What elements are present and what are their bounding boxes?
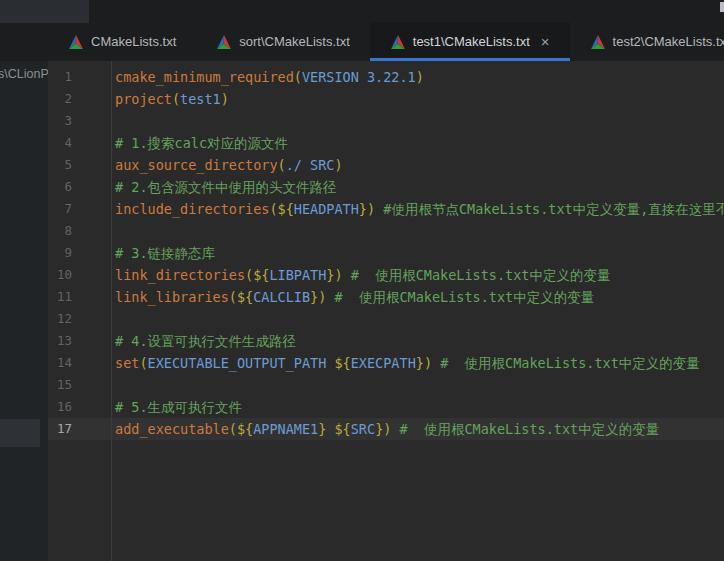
line-number: 3 — [48, 110, 111, 132]
line-number: 8 — [48, 220, 111, 242]
line-number: 1 — [48, 66, 111, 88]
code-line[interactable]: 3 — [48, 110, 724, 132]
code-line[interactable]: 16# 5.生成可执行文件 — [48, 396, 724, 418]
code-line[interactable]: 13# 4.设置可执行文件生成路径 — [48, 330, 724, 352]
line-number: 15 — [48, 374, 111, 396]
tab-label: test1\CMakeLists.txt — [413, 34, 530, 49]
close-icon[interactable]: × — [541, 34, 550, 49]
code-text: link_directories(${LIBPATH}) # 使用根CMakeL… — [111, 264, 610, 286]
code-text: # 4.设置可执行文件生成路径 — [111, 330, 296, 352]
code-line[interactable]: 12 — [48, 308, 724, 330]
code-text: project(test1) — [111, 88, 229, 110]
code-line[interactable]: 9# 3.链接静态库 — [48, 242, 724, 264]
line-number: 10 — [48, 264, 111, 286]
code-text: # 1.搜索calc对应的源文件 — [111, 132, 288, 154]
code-line[interactable]: 10link_directories(${LIBPATH}) # 使用根CMak… — [48, 264, 724, 286]
line-number: 2 — [48, 88, 111, 110]
ide-window: CMakeLists.txt sort\CMakeLists.txt test1… — [0, 0, 724, 561]
tab-cmakelists-test2[interactable]: test2\CMakeLists.txt — [570, 22, 724, 61]
tab-bar: CMakeLists.txt sort\CMakeLists.txt test1… — [0, 22, 724, 61]
code-line[interactable]: 14set(EXECUTABLE_OUTPUT_PATH ${EXECPATH}… — [48, 352, 724, 374]
cmake-icon — [590, 34, 606, 50]
line-number: 17 — [48, 418, 111, 440]
code-text: include_directories(${HEADPATH}) #使用根节点C… — [111, 198, 724, 220]
title-bar-segment — [0, 0, 89, 23]
line-number: 5 — [48, 154, 111, 176]
tab-cmakelists-test1[interactable]: test1\CMakeLists.txt × — [370, 22, 570, 61]
code-line[interactable]: 17add_executable(${APPNAME1} ${SRC}) # 使… — [48, 418, 724, 440]
line-number: 13 — [48, 330, 111, 352]
code-text: link_libraries(${CALCLIB}) # 使用根CMakeLis… — [111, 286, 594, 308]
cmake-icon — [68, 34, 84, 50]
tab-cmakelists-root[interactable]: CMakeLists.txt — [48, 22, 196, 61]
code-text: # 5.生成可执行文件 — [111, 396, 242, 418]
code-lines: 1cmake_minimum_required(VERSION 3.22.1)2… — [48, 61, 724, 440]
code-line[interactable]: 1cmake_minimum_required(VERSION 3.22.1) — [48, 66, 724, 88]
tab-label: sort\CMakeLists.txt — [239, 34, 350, 49]
cmake-icon — [216, 34, 232, 50]
line-number: 7 — [48, 198, 111, 220]
main-body: s\CLionP 1cmake_minimum_required(VERSION… — [0, 61, 724, 561]
project-panel-selected-item[interactable] — [0, 419, 40, 447]
code-text: cmake_minimum_required(VERSION 3.22.1) — [111, 66, 424, 88]
line-number: 6 — [48, 176, 111, 198]
line-number: 9 — [48, 242, 111, 264]
line-number: 12 — [48, 308, 111, 330]
code-line[interactable]: 7include_directories(${HEADPATH}) #使用根节点… — [48, 198, 724, 220]
code-line[interactable]: 6# 2.包含源文件中使用的头文件路径 — [48, 176, 724, 198]
code-text: aux_source_directory(./ SRC) — [111, 154, 343, 176]
line-number: 14 — [48, 352, 111, 374]
project-panel-collapsed: s\CLionP — [0, 61, 48, 561]
code-line[interactable]: 8 — [48, 220, 724, 242]
window-edge-artifact — [720, 2, 724, 12]
tab-cmakelists-sort[interactable]: sort\CMakeLists.txt — [196, 22, 370, 61]
code-text: set(EXECUTABLE_OUTPUT_PATH ${EXECPATH}) … — [111, 352, 700, 374]
code-line[interactable]: 4# 1.搜索calc对应的源文件 — [48, 132, 724, 154]
code-line[interactable]: 5aux_source_directory(./ SRC) — [48, 154, 724, 176]
code-line[interactable]: 2project(test1) — [48, 88, 724, 110]
gutter-divider — [111, 61, 112, 561]
line-number: 4 — [48, 132, 111, 154]
code-text: # 2.包含源文件中使用的头文件路径 — [111, 176, 337, 198]
cmake-icon — [390, 34, 406, 50]
code-line[interactable]: 15 — [48, 374, 724, 396]
title-bar — [0, 0, 724, 22]
code-text: add_executable(${APPNAME1} ${SRC}) # 使用根… — [111, 418, 659, 440]
project-path-fragment: s\CLionP — [0, 67, 48, 81]
line-number: 11 — [48, 286, 111, 308]
code-editor[interactable]: 1cmake_minimum_required(VERSION 3.22.1)2… — [48, 61, 724, 561]
code-text: # 3.链接静态库 — [111, 242, 215, 264]
tab-label: CMakeLists.txt — [91, 34, 176, 49]
line-number: 16 — [48, 396, 111, 418]
code-line[interactable]: 11link_libraries(${CALCLIB}) # 使用根CMakeL… — [48, 286, 724, 308]
tab-label: test2\CMakeLists.txt — [613, 34, 724, 49]
